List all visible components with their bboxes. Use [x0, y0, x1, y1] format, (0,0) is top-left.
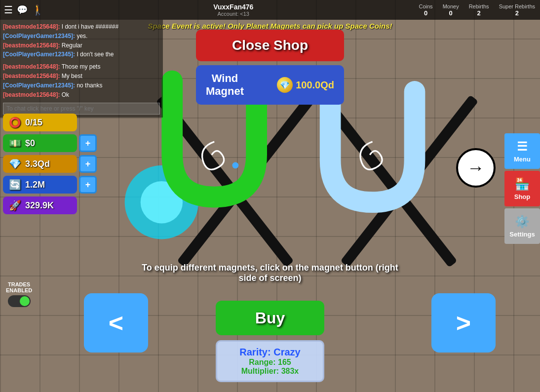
range-text: Range: 165 [227, 358, 313, 367]
settings-label: Settings [509, 231, 535, 238]
nav-circle-button[interactable]: → [456, 148, 496, 188]
menu-label: Menu [514, 156, 531, 163]
coins-pill: ⭕ 0/15 [3, 114, 77, 131]
item-display: WindMagnet 💎 100.0Qd [196, 65, 344, 105]
money-value: 0 [443, 9, 459, 17]
diamonds-plus-button[interactable]: + [79, 155, 97, 173]
chat-message: [beastmode125648]: I dont i have ####### [3, 23, 160, 31]
rebirths-label: Rebirths [469, 3, 489, 9]
chat-icon[interactable]: 💬 [17, 4, 28, 15]
trades-toggle[interactable] [8, 295, 31, 307]
boosts-value: 329.9K [25, 200, 54, 211]
coins-value: 0 [419, 9, 433, 17]
account-label: Account: <13 [213, 11, 253, 17]
right-panel: ☰ Menu 🏪 Shop ⚙️ Settings [504, 133, 540, 244]
chat-message: [beastmode125648]: Ok [3, 91, 160, 99]
chat-message: [beastmode125648]: Those my pets [3, 63, 160, 71]
diamonds-pill: 💎 3.3Qd [3, 155, 77, 173]
chat-message: [beastmode125648]: My best [3, 72, 160, 80]
buy-button[interactable]: Buy [216, 301, 324, 335]
cash-row: 💵 $0 + [3, 134, 97, 152]
diamonds-icon: 💎 [9, 158, 21, 170]
rebirths-value: 1.2M [25, 180, 45, 190]
shop-icon: 🏪 [515, 177, 530, 191]
chat-input[interactable] [3, 103, 160, 115]
person-icon[interactable]: 🚶 [32, 4, 44, 16]
coins-row: ⭕ 0/15 [3, 114, 97, 131]
cash-pill: 💵 $0 [3, 134, 77, 152]
rarity-text: Rarity: Crazy [227, 347, 313, 358]
user-info: VuxxFan476 Account: <13 [48, 3, 419, 17]
chat-message: [CoolPlayerGamer12345]: yes. [3, 32, 160, 40]
chat-message: [CoolPlayerGamer12345]: no thanks [3, 81, 160, 90]
rebirths-row: 🔄 1.2M + [3, 176, 97, 194]
stats-block: Coins 0 Money 0 Rebirths 2 Super Rebirth… [419, 3, 540, 17]
cash-value: $0 [25, 138, 35, 149]
nav-arrow-right-button[interactable]: > [431, 293, 496, 353]
settings-button[interactable]: ⚙️ Settings [504, 208, 540, 244]
boosts-pill: 🚀 329.9K [3, 196, 77, 214]
shop-label: Shop [514, 193, 531, 200]
rebirths-value: 2 [469, 9, 489, 17]
coins-stat: Coins 0 [419, 3, 433, 17]
coins-pill-value: 0/15 [25, 118, 42, 128]
nav-circle-arrow-icon: → [467, 157, 485, 178]
boosts-row: 🚀 329.9K [3, 196, 97, 214]
super-rebirths-value: 2 [499, 9, 535, 17]
price-text: 100.0Qd [296, 79, 334, 91]
rebirths-icon: 🔄 [9, 179, 21, 191]
shop-button[interactable]: 🏪 Shop [504, 171, 540, 206]
item-info-card: Rarity: Crazy Range: 165 Multiplier: 383… [216, 340, 324, 382]
settings-icon: ⚙️ [515, 215, 530, 229]
top-bar: ☰ 💬 🚶 VuxxFan476 Account: <13 Coins 0 Mo… [0, 0, 540, 20]
super-rebirths-label: Super Rebirths [499, 3, 535, 9]
coins-pill-icon: ⭕ [9, 117, 21, 128]
cash-icon: 💵 [9, 137, 21, 149]
toggle-knob [20, 296, 30, 306]
trades-section: TRADESENABLED [6, 281, 32, 307]
super-rebirths-stat: Super Rebirths 2 [499, 3, 535, 17]
chat-panel: [beastmode125648]: I dont i have #######… [0, 20, 163, 118]
coins-label: Coins [419, 3, 433, 9]
diamonds-row: 💎 3.3Qd + [3, 155, 97, 173]
hamburger-icon[interactable]: ☰ [4, 4, 13, 16]
money-stat: Money 0 [443, 3, 459, 17]
diamonds-value: 3.3Qd [25, 159, 50, 169]
left-stats-panel: ⭕ 0/15 💵 $0 + 💎 3.3Qd + 🔄 1.2M + 🚀 329.9… [3, 114, 97, 214]
username: VuxxFan476 [213, 3, 253, 11]
menu-icon: ☰ [517, 140, 528, 154]
item-name: WindMagnet [206, 72, 244, 98]
boosts-icon: 🚀 [9, 199, 21, 211]
rebirths-plus-button[interactable]: + [79, 176, 97, 194]
instruction-text: To equip different magnets, click on the… [142, 263, 398, 283]
multiplier-text: Multiplier: 383x [227, 367, 313, 376]
chat-message: [beastmode125648]: Regular [3, 41, 160, 50]
close-shop-button[interactable]: Close Shop [196, 30, 344, 61]
shop-overlay: Close Shop WindMagnet 💎 100.0Qd [191, 30, 349, 105]
chat-message: [CoolPlayerGamer12345]: I don't see the [3, 50, 160, 59]
nav-arrow-left-button[interactable]: < [84, 293, 148, 353]
coin-icon: 💎 [277, 77, 293, 93]
cash-plus-button[interactable]: + [79, 134, 97, 152]
rebirths-pill: 🔄 1.2M [3, 176, 77, 194]
item-price: 💎 100.0Qd [277, 77, 334, 93]
rebirths-stat: Rebirths 2 [469, 3, 489, 17]
menu-button[interactable]: ☰ Menu [504, 133, 540, 169]
money-label: Money [443, 3, 459, 9]
trades-label: TRADESENABLED [6, 281, 32, 293]
